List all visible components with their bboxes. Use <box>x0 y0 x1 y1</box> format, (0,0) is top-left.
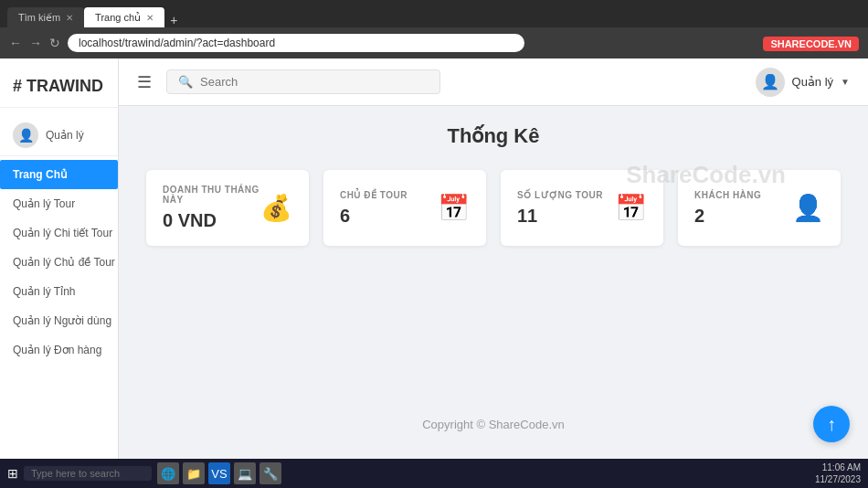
sidebar-item-province[interactable]: Quản lý Tỉnh <box>0 277 118 306</box>
taskbar-start-button[interactable]: ⊞ <box>7 466 18 481</box>
scroll-to-top-fab[interactable]: ↑ <box>813 406 850 442</box>
forward-button[interactable]: → <box>29 36 42 50</box>
browser-tab-1[interactable]: Tìm kiếm ✕ <box>7 7 84 27</box>
sidebar-item-tour[interactable]: Quản lý Tour <box>0 189 118 218</box>
sidebar-item-orders[interactable]: Quản lý Đơn hàng <box>0 335 118 365</box>
search-icon: 🔍 <box>178 75 193 89</box>
taskbar-icon-4[interactable]: 💻 <box>234 462 256 484</box>
sidebar-avatar: 👤 <box>13 122 38 148</box>
stat-info-theme: CHỦ ĐỀ TOUR 6 <box>340 190 408 227</box>
revenue-icon: 💰 <box>260 193 292 223</box>
topbar-user[interactable]: 👤 Quản lý ▼ <box>756 68 850 97</box>
back-button[interactable]: ← <box>9 36 22 50</box>
clock-time: 11:06 AM <box>815 461 861 473</box>
taskbar-icons: 🌐 📁 VS 💻 🔧 <box>157 462 281 484</box>
topbar: ☰ 🔍 👤 Quản lý ▼ <box>119 58 868 106</box>
stat-card-theme: CHỦ ĐỀ TOUR 6 📅 <box>323 170 486 246</box>
search-input[interactable] <box>200 75 429 89</box>
stat-value-revenue: 0 VND <box>163 210 260 231</box>
topbar-avatar: 👤 <box>756 68 785 97</box>
search-box: 🔍 <box>166 69 440 94</box>
stat-value-tours: 11 <box>517 206 603 227</box>
stats-grid: DOANH THU THÁNG NÀY 0 VND 💰 CHỦ ĐỀ TOUR … <box>146 170 841 246</box>
customers-icon: 👤 <box>792 193 824 223</box>
tab-label-1: Tìm kiếm <box>18 12 60 24</box>
browser-tab-2[interactable]: Trang chủ ✕ <box>84 7 164 27</box>
stat-card-customers: KHÁCH HÀNG 2 👤 <box>678 170 841 246</box>
topbar-dropdown-icon: ▼ <box>841 77 850 87</box>
tab-label-2: Trang chủ <box>95 12 141 24</box>
new-tab-button[interactable]: + <box>164 13 183 27</box>
menu-icon[interactable]: ☰ <box>137 72 152 92</box>
tab-close-2[interactable]: ✕ <box>146 13 153 23</box>
browser-chrome: Tìm kiếm ✕ Trang chủ ✕ + <box>0 0 868 27</box>
stat-label-customers: KHÁCH HÀNG <box>694 190 761 200</box>
address-input[interactable] <box>68 34 524 52</box>
stat-value-customers: 2 <box>694 206 761 227</box>
clock-date: 11/27/2023 <box>815 473 861 485</box>
theme-icon: 📅 <box>438 193 470 223</box>
sidebar-item-tour-theme[interactable]: Quản lý Chủ đề Tour <box>0 248 118 277</box>
stat-info-tours: SỐ LƯỢNG TOUR 11 <box>517 190 603 227</box>
taskbar-icon-3[interactable]: VS <box>208 462 230 484</box>
stat-info-revenue: DOANH THU THÁNG NÀY 0 VND <box>163 185 260 231</box>
taskbar-icon-1[interactable]: 🌐 <box>157 462 179 484</box>
main-content: Thống Kê ShareCode.vn DOANH THU THÁNG NÀ… <box>119 106 868 459</box>
sidebar-nav: Trang Chủ Quản lý Tour Quản lý Chi tiết … <box>0 160 118 365</box>
app-wrapper: # TRAWIND 👤 Quản lý Trang Chủ Quản lý To… <box>0 58 868 459</box>
sidebar-item-home[interactable]: Trang Chủ <box>0 160 118 189</box>
browser-logo: SHARECODE.VN <box>763 35 859 51</box>
stat-label-theme: CHỦ ĐỀ TOUR <box>340 190 408 200</box>
tab-close-1[interactable]: ✕ <box>66 13 73 23</box>
stat-card-tours: SỐ LƯỢNG TOUR 11 📅 <box>501 170 663 246</box>
taskbar-search-input[interactable] <box>24 466 152 481</box>
stat-label-tours: SỐ LƯỢNG TOUR <box>517 190 603 200</box>
taskbar-clock: 11:06 AM 11/27/2023 <box>815 461 861 485</box>
logo-text: SHARECODE.VN <box>763 37 859 51</box>
address-bar: ← → ↻ SHARECODE.VN <box>0 27 868 58</box>
sidebar-logo: # TRAWIND <box>0 66 118 108</box>
topbar-username: Quản lý <box>792 75 834 89</box>
tours-icon: 📅 <box>615 193 647 223</box>
stat-value-theme: 6 <box>340 206 408 227</box>
stat-label-revenue: DOANH THU THÁNG NÀY <box>163 185 260 205</box>
browser-tabs: Tìm kiếm ✕ Trang chủ ✕ + <box>7 0 183 27</box>
sidebar: # TRAWIND 👤 Quản lý Trang Chủ Quản lý To… <box>0 58 119 459</box>
sidebar-item-users[interactable]: Quản lý Người dùng <box>0 306 118 335</box>
stat-card-revenue: DOANH THU THÁNG NÀY 0 VND 💰 <box>146 170 309 246</box>
fab-icon: ↑ <box>827 414 836 435</box>
sidebar-username: Quản lý <box>46 129 84 142</box>
copyright: Copyright © ShareCode.vn <box>146 390 841 440</box>
sidebar-user: 👤 Quản lý <box>0 115 118 156</box>
content-area: Thống Kê ShareCode.vn DOANH THU THÁNG NÀ… <box>146 124 841 440</box>
taskbar-icon-5[interactable]: 🔧 <box>259 462 281 484</box>
taskbar: ⊞ 🌐 📁 VS 💻 🔧 11:06 AM 11/27/2023 <box>0 459 868 488</box>
stat-info-customers: KHÁCH HÀNG 2 <box>694 190 761 227</box>
refresh-button[interactable]: ↻ <box>49 36 60 50</box>
page-title: Thống Kê <box>146 124 841 148</box>
sidebar-item-tour-detail[interactable]: Quản lý Chi tiết Tour <box>0 218 118 248</box>
taskbar-icon-2[interactable]: 📁 <box>183 462 205 484</box>
